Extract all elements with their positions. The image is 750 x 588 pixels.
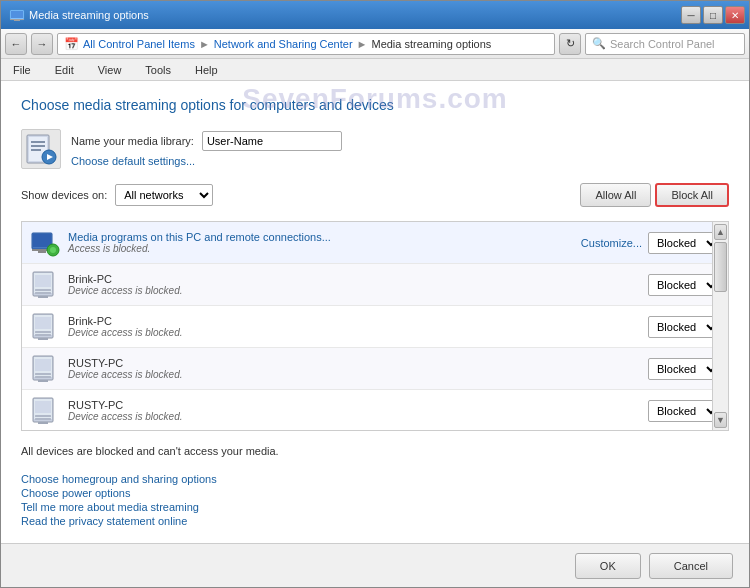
svg-rect-7 <box>31 145 45 147</box>
cancel-button[interactable]: Cancel <box>649 553 733 579</box>
device-icon-2 <box>30 312 60 342</box>
page-title: Choose media streaming options for compu… <box>21 97 729 113</box>
path-part2[interactable]: Network and Sharing Center <box>214 38 353 50</box>
menu-edit[interactable]: Edit <box>51 62 78 78</box>
scrollbar-thumb[interactable] <box>714 242 727 292</box>
svg-rect-26 <box>35 331 51 333</box>
media-library-icon <box>21 129 61 169</box>
media-library-input-row: Name your media library: <box>71 131 342 151</box>
maximize-button[interactable]: □ <box>703 6 723 24</box>
device-info-2: Brink-PC Device access is blocked. <box>68 315 640 338</box>
address-path[interactable]: 📅 All Control Panel Items ► Network and … <box>57 33 555 55</box>
link-power[interactable]: Choose power options <box>21 487 729 499</box>
svg-rect-31 <box>35 359 51 371</box>
scrollbar-track[interactable]: ▲ ▼ <box>712 222 728 430</box>
media-library-row: Name your media library: Choose default … <box>21 129 729 169</box>
svg-rect-40 <box>38 422 48 424</box>
table-row: Brink-PC Device access is blocked. Block… <box>22 306 728 348</box>
back-button[interactable]: ← <box>5 33 27 55</box>
device-controls-media: Customize... Blocked Allowed <box>581 232 720 254</box>
scrollbar-up-arrow[interactable]: ▲ <box>714 224 727 240</box>
table-row: RUSTY-PC Device access is blocked. Block… <box>22 348 728 390</box>
refresh-button[interactable]: ↻ <box>559 33 581 55</box>
library-icon-svg <box>25 131 57 167</box>
footer-info: All devices are blocked and can't access… <box>21 445 729 457</box>
media-icon-svg <box>30 228 60 258</box>
main-content: SevenForums.com Choose media streaming o… <box>1 81 749 543</box>
path-separator-2: ► <box>357 38 368 50</box>
device-status-2: Device access is blocked. <box>68 327 640 338</box>
device-blocked-select-2[interactable]: Blocked Allowed <box>648 316 720 338</box>
customize-link[interactable]: Customize... <box>581 237 642 249</box>
scrollbar-down-arrow[interactable]: ▼ <box>714 412 727 428</box>
menubar: File Edit View Tools Help <box>1 59 749 81</box>
device-name-media[interactable]: Media programs on this PC and remote con… <box>68 231 573 243</box>
svg-rect-32 <box>35 373 51 375</box>
device-blocked-select-1[interactable]: Blocked Allowed <box>648 274 720 296</box>
device-rows-container: Brink-PC Device access is blocked. Block… <box>22 264 728 430</box>
path-part3: Media streaming options <box>371 38 491 50</box>
link-media-streaming[interactable]: Tell me more about media streaming <box>21 501 729 513</box>
menu-file[interactable]: File <box>9 62 35 78</box>
svg-rect-39 <box>35 418 51 420</box>
menu-tools[interactable]: Tools <box>141 62 175 78</box>
svg-rect-38 <box>35 415 51 417</box>
svg-rect-21 <box>35 292 51 294</box>
svg-rect-34 <box>38 380 48 382</box>
svg-rect-27 <box>35 334 51 336</box>
bottom-bar: OK Cancel <box>1 543 749 587</box>
path-part1[interactable]: All Control Panel Items <box>83 38 195 50</box>
titlebar-left: Media streaming options <box>9 7 149 23</box>
device-name-2: Brink-PC <box>68 315 640 327</box>
allow-all-button[interactable]: Allow All <box>580 183 651 207</box>
close-button[interactable]: ✕ <box>725 6 745 24</box>
device-controls-2: Blocked Allowed <box>648 316 720 338</box>
block-all-button[interactable]: Block All <box>655 183 729 207</box>
device-name-1: Brink-PC <box>68 273 640 285</box>
device-icon-4 <box>30 396 60 426</box>
device-blocked-select-3[interactable]: Blocked Allowed <box>648 358 720 380</box>
show-devices-label: Show devices on: <box>21 189 107 201</box>
show-devices-select[interactable]: All networks Local network <box>115 184 213 206</box>
device-name-3: RUSTY-PC <box>68 357 640 369</box>
search-box[interactable]: 🔍 Search Control Panel <box>585 33 745 55</box>
device-status-media: Access is blocked. <box>68 243 573 254</box>
titlebar-controls: ─ □ ✕ <box>681 6 745 24</box>
device-status-3: Device access is blocked. <box>68 369 640 380</box>
svg-rect-28 <box>38 338 48 340</box>
device-info-media: Media programs on this PC and remote con… <box>68 231 573 254</box>
devices-row: Show devices on: All networks Local netw… <box>21 183 729 207</box>
svg-rect-22 <box>38 296 48 298</box>
ok-button[interactable]: OK <box>575 553 641 579</box>
device-blocked-select-4[interactable]: Blocked Allowed <box>648 400 720 422</box>
svg-rect-25 <box>35 317 51 329</box>
svg-rect-33 <box>35 376 51 378</box>
device-status-4: Device access is blocked. <box>68 411 640 422</box>
link-privacy[interactable]: Read the privacy statement online <box>21 515 729 527</box>
device-controls-4: Blocked Allowed <box>648 400 720 422</box>
media-library-label: Name your media library: <box>71 135 194 147</box>
minimize-button[interactable]: ─ <box>681 6 701 24</box>
media-library-form: Name your media library: Choose default … <box>71 131 342 167</box>
device-icon-1 <box>30 270 60 300</box>
search-placeholder: Search Control Panel <box>610 38 715 50</box>
choose-default-link[interactable]: Choose default settings... <box>71 155 342 167</box>
svg-rect-3 <box>14 20 20 21</box>
devices-row-left: Show devices on: All networks Local netw… <box>21 184 213 206</box>
search-icon: 🔍 <box>592 37 606 50</box>
svg-rect-12 <box>33 234 51 247</box>
forward-button[interactable]: → <box>31 33 53 55</box>
main-window: Media streaming options ─ □ ✕ ← → 📅 All … <box>0 0 750 588</box>
link-homegroup[interactable]: Choose homegroup and sharing options <box>21 473 729 485</box>
menu-help[interactable]: Help <box>191 62 222 78</box>
media-library-input[interactable] <box>202 131 342 151</box>
svg-point-16 <box>50 247 56 253</box>
media-blocked-select[interactable]: Blocked Allowed <box>648 232 720 254</box>
device-icon-media <box>30 228 60 258</box>
device-info-1: Brink-PC Device access is blocked. <box>68 273 640 296</box>
menu-view[interactable]: View <box>94 62 126 78</box>
titlebar-title: Media streaming options <box>29 9 149 21</box>
device-status-1: Device access is blocked. <box>68 285 640 296</box>
device-icon-3 <box>30 354 60 384</box>
device-name-4: RUSTY-PC <box>68 399 640 411</box>
